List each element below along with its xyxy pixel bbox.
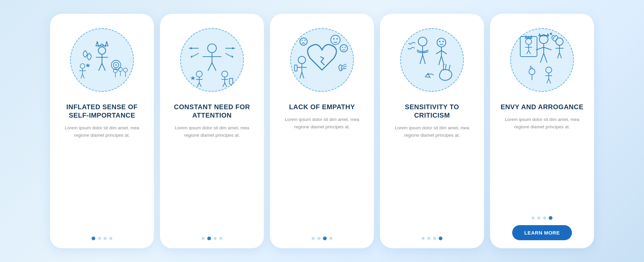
- svg-line-72: [436, 51, 441, 54]
- svg-line-62: [343, 66, 347, 67]
- card-5-desc: Lorem ipsum dolor sit dim amet, mea regi…: [497, 116, 587, 130]
- dot: [202, 237, 205, 240]
- card-3-illustration: [285, 23, 359, 97]
- dot: [104, 237, 107, 240]
- svg-marker-27: [189, 47, 192, 49]
- dot: [543, 216, 546, 219]
- attention-figure-icon: [182, 30, 242, 90]
- svg-line-63: [342, 68, 346, 69]
- svg-point-46: [333, 38, 334, 40]
- svg-line-38: [199, 83, 201, 87]
- svg-marker-29: [232, 47, 235, 49]
- svg-line-75: [441, 56, 444, 65]
- svg-point-53: [302, 40, 303, 41]
- svg-marker-86: [525, 36, 532, 39]
- card-5-dots: [532, 216, 552, 220]
- card-attention: CONSTANT NEED FOR ATTENTION Lorem ipsum …: [160, 14, 264, 248]
- cards-container: INFLATED SENSE OF SELF-IMPORTANCE Lorem …: [43, 7, 601, 255]
- card-1-title: INFLATED SENSE OF SELF-IMPORTANCE: [57, 103, 147, 120]
- svg-point-64: [418, 37, 427, 46]
- card-5-illustration: ✦ ✦: [505, 23, 579, 97]
- svg-line-37: [197, 83, 199, 87]
- svg-line-66: [420, 55, 423, 64]
- svg-line-43: [223, 83, 225, 87]
- svg-marker-31: [191, 55, 193, 58]
- svg-marker-6: [87, 64, 90, 67]
- card-2-desc: Lorem ipsum dolor sit dim amet, mea regi…: [167, 124, 257, 139]
- card-4-dots: [422, 237, 442, 240]
- card-envy: ✦ ✦: [490, 14, 594, 248]
- svg-point-106: [529, 69, 535, 75]
- svg-point-19: [113, 69, 117, 73]
- svg-line-92: [540, 53, 544, 63]
- svg-line-44: [225, 83, 227, 87]
- svg-point-68: [437, 38, 446, 47]
- stop-hand-icon: [402, 30, 462, 90]
- dot: [422, 237, 425, 240]
- card-2-title: CONSTANT NEED FOR ATTENTION: [167, 103, 257, 120]
- svg-line-67: [423, 55, 425, 64]
- svg-point-96: [556, 38, 563, 45]
- dot: [549, 216, 552, 220]
- dot: [312, 237, 315, 240]
- svg-line-77: [449, 65, 450, 71]
- broken-heart-icon: [290, 28, 354, 92]
- svg-line-73: [441, 51, 447, 54]
- dot: [323, 237, 327, 240]
- svg-line-104: [547, 79, 549, 83]
- dot: [329, 237, 332, 240]
- svg-line-24: [208, 63, 212, 71]
- svg-line-76: [445, 64, 446, 70]
- card-1-dots: [92, 237, 112, 240]
- svg-line-32: [225, 53, 231, 57]
- card-2-dots: [202, 237, 222, 240]
- svg-marker-0: [96, 42, 108, 47]
- dot: [427, 237, 430, 240]
- svg-line-58: [300, 72, 302, 78]
- card-3-dots: [312, 237, 332, 240]
- envy-figures-icon: ✦ ✦: [512, 30, 572, 90]
- card-3-desc: Lorem ipsum dolor sit dim amet, mea regi…: [277, 116, 367, 130]
- svg-line-4: [99, 63, 102, 71]
- dot: [532, 216, 535, 219]
- svg-point-40: [222, 71, 228, 77]
- svg-line-30: [193, 53, 199, 57]
- svg-point-9: [115, 64, 117, 66]
- svg-line-85: [529, 51, 531, 54]
- svg-point-52: [300, 38, 307, 45]
- card-3-title: LACK OF EMPATHY: [289, 103, 355, 111]
- svg-point-17: [123, 68, 127, 72]
- svg-point-45: [331, 35, 340, 45]
- dot: [92, 237, 95, 240]
- dot: [433, 237, 436, 240]
- svg-point-70: [442, 41, 444, 42]
- dot: [98, 237, 101, 240]
- card-1-illustration: [65, 23, 139, 97]
- card-4-desc: Lorem ipsum dolor sit dim amet, mea regi…: [387, 124, 477, 139]
- svg-point-1: [98, 47, 106, 54]
- svg-line-100: [559, 53, 561, 58]
- svg-line-91: [544, 47, 551, 50]
- svg-point-49: [342, 47, 343, 48]
- learn-more-button[interactable]: LEARN MORE: [512, 225, 572, 240]
- svg-point-81: [526, 39, 532, 45]
- card-criticism: SENSITIVITY TO CRITICISM Lorem ipsum dol…: [380, 14, 484, 248]
- svg-line-74: [439, 56, 441, 65]
- svg-point-101: [546, 67, 552, 73]
- svg-marker-33: [231, 55, 233, 58]
- svg-line-14: [83, 74, 84, 78]
- svg-point-69: [439, 41, 440, 42]
- svg-line-61: [342, 64, 346, 66]
- dot: [109, 237, 112, 240]
- card-empathy: LACK OF EMPATHY Lorem ipsum dolor sit di…: [270, 14, 374, 248]
- card-5-title: ENVY AND ARROGANCE: [500, 103, 583, 111]
- svg-point-34: [196, 71, 202, 77]
- svg-point-15: [118, 67, 122, 71]
- crown-people-icon: [72, 30, 132, 90]
- dot: [214, 237, 217, 240]
- svg-rect-60: [294, 65, 297, 71]
- svg-point-54: [305, 40, 306, 41]
- svg-point-10: [80, 64, 85, 68]
- svg-point-21: [208, 44, 216, 53]
- svg-line-84: [527, 51, 529, 54]
